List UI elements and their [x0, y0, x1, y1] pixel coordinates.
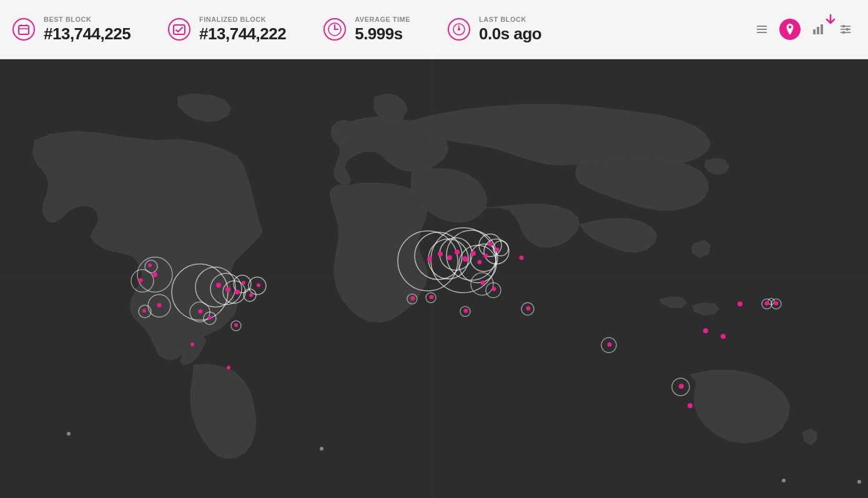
svg-point-60 [190, 343, 194, 346]
last-block-value: 0.0s ago [479, 24, 541, 44]
svg-point-78 [463, 256, 468, 262]
svg-rect-17 [757, 32, 767, 33]
svg-point-111 [857, 480, 861, 484]
svg-point-86 [411, 296, 415, 301]
svg-point-76 [447, 255, 452, 260]
best-block-icon [12, 18, 35, 41]
list-view-button[interactable] [752, 19, 772, 39]
last-block-icon [448, 18, 470, 41]
finalized-block-stat: FINALIZED BLOCK #13,744,222 [168, 16, 286, 44]
average-time-label: AVERAGE TIME [355, 16, 410, 23]
svg-point-53 [142, 309, 146, 313]
average-time-stat: AVERAGE TIME 5.999s [323, 16, 410, 44]
svg-point-92 [492, 287, 496, 291]
svg-point-110 [782, 479, 786, 482]
svg-rect-1 [19, 26, 29, 34]
svg-rect-6 [174, 25, 185, 34]
svg-point-96 [526, 306, 531, 311]
svg-point-83 [495, 248, 500, 252]
svg-point-109 [774, 301, 779, 306]
svg-point-23 [842, 25, 845, 27]
svg-rect-15 [757, 26, 767, 27]
svg-point-47 [152, 272, 157, 277]
svg-point-102 [703, 328, 708, 333]
svg-point-57 [199, 310, 203, 314]
svg-point-84 [520, 256, 524, 260]
svg-point-75 [438, 251, 443, 256]
header: BEST BLOCK #13,744,225 FINALIZED BLOCK #… [0, 0, 868, 59]
header-tools [752, 19, 856, 40]
svg-point-25 [846, 28, 849, 31]
svg-point-91 [481, 281, 485, 285]
svg-rect-16 [757, 29, 767, 30]
svg-point-43 [257, 283, 260, 287]
svg-point-62 [67, 432, 71, 436]
svg-point-5 [169, 19, 190, 40]
svg-point-88 [430, 295, 434, 300]
svg-point-94 [464, 309, 468, 313]
svg-point-39 [225, 287, 230, 292]
svg-point-77 [455, 250, 460, 255]
svg-point-42 [249, 293, 253, 297]
chart-view-button[interactable] [808, 19, 828, 39]
svg-point-112 [320, 447, 323, 451]
finalized-block-value: #13,744,222 [199, 24, 286, 44]
svg-rect-21 [821, 24, 823, 34]
svg-point-80 [478, 260, 482, 265]
svg-point-100 [679, 384, 684, 389]
svg-point-0 [13, 19, 34, 40]
svg-point-108 [765, 301, 769, 306]
svg-point-103 [721, 334, 726, 339]
svg-point-81 [484, 254, 488, 258]
svg-rect-20 [817, 27, 819, 34]
map-view-button[interactable] [779, 19, 801, 40]
svg-point-98 [608, 343, 612, 347]
svg-point-52 [157, 303, 162, 308]
best-block-label: BEST BLOCK [44, 16, 131, 23]
svg-point-27 [842, 31, 845, 34]
svg-point-74 [427, 256, 432, 261]
settings-button[interactable] [836, 19, 856, 39]
svg-point-49 [148, 263, 152, 267]
finalized-block-icon [168, 18, 190, 41]
world-map-container [0, 59, 868, 498]
average-time-icon [323, 18, 346, 41]
svg-point-61 [227, 366, 230, 369]
average-time-value: 5.999s [355, 24, 410, 44]
svg-rect-19 [813, 29, 816, 34]
last-block-label: LAST BLOCK [479, 16, 541, 23]
svg-point-101 [688, 403, 693, 408]
finalized-block-label: FINALIZED BLOCK [199, 16, 286, 23]
svg-point-59 [234, 323, 238, 327]
last-block-stat: LAST BLOCK 0.0s ago [448, 16, 541, 44]
svg-point-41 [242, 281, 245, 285]
svg-point-58 [208, 316, 212, 320]
best-block-stat: BEST BLOCK #13,744,225 [12, 16, 131, 44]
svg-point-104 [737, 301, 742, 306]
best-block-value: #13,744,225 [44, 24, 131, 44]
svg-point-18 [789, 26, 792, 29]
svg-point-48 [139, 278, 143, 283]
svg-point-79 [471, 251, 476, 256]
svg-point-40 [235, 290, 240, 295]
svg-point-82 [488, 242, 493, 247]
svg-point-38 [216, 283, 221, 288]
world-map-svg [0, 59, 868, 498]
